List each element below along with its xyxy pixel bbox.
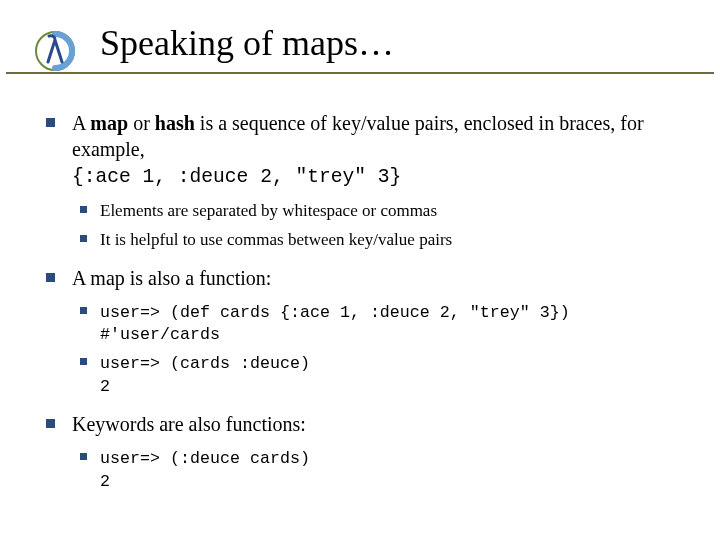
text-run: map bbox=[90, 112, 128, 134]
code-text: user=> (cards :deuce) bbox=[100, 354, 310, 373]
sub-bullet-item: user=> (:deuce cards)2 bbox=[72, 447, 690, 492]
bullet-list: A map or hash is a sequence of key/value… bbox=[38, 110, 690, 493]
text-run: hash bbox=[155, 112, 195, 134]
text-run: or bbox=[128, 112, 155, 134]
sub-bullet-list: user=> (def cards {:ace 1, :deuce 2, "tr… bbox=[72, 301, 690, 398]
code-text: {:ace 1, :deuce 2, "trey" 3} bbox=[72, 166, 401, 188]
slide-body: A map or hash is a sequence of key/value… bbox=[0, 80, 720, 527]
code-text: user=> (:deuce cards) bbox=[100, 449, 310, 468]
bullet-text: Keywords are also functions: bbox=[72, 413, 306, 435]
code-text: 2 bbox=[100, 377, 110, 396]
bullet-text: A map is also a function: bbox=[72, 267, 271, 289]
code-text: #'user/cards bbox=[100, 325, 220, 344]
bullet-item: A map or hash is a sequence of key/value… bbox=[38, 110, 690, 251]
bullet-text: It is helpful to use commas between key/… bbox=[100, 230, 452, 249]
bullet-text: Elements are separated by whitespace or … bbox=[100, 201, 437, 220]
title-underline bbox=[6, 72, 714, 74]
sub-bullet-item: Elements are separated by whitespace or … bbox=[72, 200, 690, 222]
slide: Speaking of maps… A map or hash is a seq… bbox=[0, 0, 720, 540]
sub-bullet-list: Elements are separated by whitespace or … bbox=[72, 200, 690, 250]
sub-bullet-item: user=> (def cards {:ace 1, :deuce 2, "tr… bbox=[72, 301, 690, 346]
text-run: A bbox=[72, 112, 90, 134]
bullet-item: A map is also a function:user=> (def car… bbox=[38, 265, 690, 398]
sub-bullet-list: user=> (:deuce cards)2 bbox=[72, 447, 690, 492]
clojure-logo-icon bbox=[34, 30, 76, 72]
header: Speaking of maps… bbox=[0, 0, 720, 80]
code-text: 2 bbox=[100, 472, 110, 491]
sub-bullet-item: It is helpful to use commas between key/… bbox=[72, 229, 690, 251]
slide-title: Speaking of maps… bbox=[100, 22, 394, 64]
bullet-item: Keywords are also functions:user=> (:deu… bbox=[38, 411, 690, 492]
sub-bullet-item: user=> (cards :deuce)2 bbox=[72, 352, 690, 397]
code-text: user=> (def cards {:ace 1, :deuce 2, "tr… bbox=[100, 303, 570, 322]
